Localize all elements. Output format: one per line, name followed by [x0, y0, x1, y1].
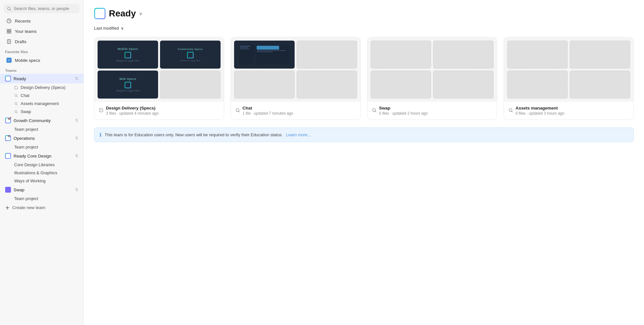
swap-info: Swap 0 files · updated 2 hours ago [367, 102, 497, 119]
sub-item-chat[interactable]: Chat [0, 91, 83, 100]
create-team-button[interactable]: Create new team [0, 203, 83, 213]
svg-rect-3 [7, 29, 9, 31]
sub-item-swap-project[interactable]: Team project [0, 195, 83, 203]
svg-rect-5 [7, 32, 9, 33]
sub-item-operations-project[interactable]: Team project [0, 143, 83, 151]
svg-line-22 [239, 111, 240, 112]
sort-arrow: ∨ [121, 26, 124, 31]
info-banner-link[interactable]: Learn more... [286, 132, 311, 137]
sub-label-design-delivery: Design Delivery (Specs) [21, 85, 65, 90]
mobile-specs-icon: F [6, 58, 12, 63]
chat-meta: 1 file · updated 7 minutes ago [242, 111, 356, 116]
sub-item-core-libraries[interactable]: Core Design Libraries [0, 161, 83, 169]
thumb-chat-empty2 [234, 71, 295, 99]
info-banner: ℹ This team is for Education users only.… [94, 128, 634, 142]
thumb-chat [234, 41, 295, 69]
thumb-chat-empty3 [297, 71, 357, 99]
team-item-swap[interactable]: Swap ⇅ [0, 185, 83, 195]
team-item-ready-core[interactable]: Ready Core Design ⇅ [0, 151, 83, 161]
svg-rect-7 [7, 40, 11, 43]
swap-team-label: Swap [14, 187, 24, 192]
sub-item-ways-of-working[interactable]: Ways of Working [0, 177, 83, 185]
sort-icon-growth: ⇅ [75, 118, 78, 123]
info-banner-text: This team is for Education users only. N… [105, 132, 283, 137]
team-item-ready[interactable]: Ready ⇅ [0, 74, 83, 83]
swap-team-icon [5, 187, 11, 193]
design-delivery-preview: Mobile Specs Ready For Crypto Here Commu… [94, 37, 224, 102]
ready-team-icon [5, 76, 11, 81]
sub-item-swap[interactable]: Swap [0, 108, 83, 116]
sub-item-design-delivery[interactable]: Design Delivery (Specs) [0, 83, 83, 91]
growth-team-label: Growth Community [14, 118, 51, 123]
teams-section: Teams [0, 65, 83, 74]
search-icon [7, 6, 11, 11]
your-teams-label: Your teams [15, 29, 37, 34]
mobile-specs-label: Mobile specs [15, 58, 40, 63]
thumb-empty-1 [160, 71, 221, 99]
svg-rect-6 [9, 32, 11, 33]
swap-project-icon [372, 108, 376, 113]
core-libraries-label: Core Design Libraries [14, 162, 55, 167]
drafts-label: Drafts [15, 39, 26, 44]
chat-project-icon [235, 108, 240, 113]
sidebar-item-your-teams[interactable]: Your teams [1, 26, 82, 36]
assets-info: Assets management 0 files · updated 3 ho… [504, 102, 633, 119]
assets-preview [504, 37, 633, 102]
sort-icon-operations: ⇅ [75, 136, 78, 140]
sort-bar[interactable]: Last modified ∨ [94, 26, 634, 31]
svg-rect-4 [9, 29, 11, 31]
ready-logo [94, 8, 106, 19]
sub-item-assets[interactable]: Assets management [0, 100, 83, 108]
svg-line-15 [17, 112, 18, 113]
sidebar-item-recents[interactable]: Recents [1, 16, 82, 26]
project-card-chat[interactable]: Chat 1 file · updated 7 minutes ago [231, 37, 361, 120]
page-title: Ready [109, 8, 136, 19]
illustrations-label: Illustrations & Graphics [14, 170, 57, 175]
title-dropdown[interactable]: ∨ [139, 11, 142, 16]
project-card-design-delivery[interactable]: Mobile Specs Ready For Crypto Here Commu… [94, 37, 224, 120]
design-delivery-meta: 3 files · updated 4 minutes ago [106, 111, 219, 116]
swap-details: Swap 0 files · updated 2 hours ago [379, 106, 492, 116]
sidebar: Recents Your teams Drafts Favorite files… [0, 0, 84, 325]
chat-info: Chat 1 file · updated 7 minutes ago [231, 102, 360, 119]
team-item-operations[interactable]: ⚙ Operations ⇅ [0, 133, 83, 143]
recents-label: Recents [15, 19, 31, 24]
main-content: Ready ∨ Last modified ∨ Mobile Specs Rea… [84, 0, 644, 325]
search-assets-icon [14, 102, 18, 106]
growth-project-label: Team project [14, 127, 38, 132]
thumb-chat-empty [297, 41, 357, 69]
sidebar-item-drafts[interactable]: Drafts [1, 36, 82, 47]
grid-icon [6, 29, 12, 34]
search-input[interactable] [14, 6, 76, 11]
swap-thumb-4 [433, 71, 494, 99]
svg-line-24 [375, 111, 376, 112]
search-swap-icon [14, 110, 18, 114]
assets-name: Assets management [516, 106, 629, 110]
chat-preview [231, 37, 360, 102]
ready-core-team-label: Ready Core Design [14, 154, 52, 158]
project-card-swap[interactable]: Swap 0 files · updated 2 hours ago [367, 37, 497, 120]
project-card-assets[interactable]: Assets management 0 files · updated 3 ho… [504, 37, 634, 120]
operations-project-label: Team project [14, 145, 38, 149]
sub-label-chat: Chat [21, 93, 29, 98]
swap-thumb-1 [371, 41, 431, 69]
assets-details: Assets management 0 files · updated 3 ho… [516, 106, 629, 116]
thumb-community-specs: Community Specs Ready For Crypto Here [160, 41, 221, 69]
svg-rect-18 [95, 8, 105, 19]
team-item-growth[interactable]: 🚀 Growth Community ⇅ [0, 116, 83, 125]
sidebar-item-mobile-specs[interactable]: F Mobile specs [1, 55, 82, 65]
search-bar[interactable] [4, 4, 80, 13]
projects-grid: Mobile Specs Ready For Crypto Here Commu… [94, 37, 634, 120]
assets-thumb-1 [507, 41, 568, 69]
sort-icon-ready: ⇅ [75, 76, 78, 81]
favorite-files-section: Favorite files [0, 47, 83, 55]
thumb-web-specs: Web Specs Ready For Crypto Here [98, 71, 158, 99]
sub-item-illustrations[interactable]: Illustrations & Graphics [0, 169, 83, 177]
plus-icon [5, 206, 10, 210]
sub-item-growth-project[interactable]: Team project [0, 125, 83, 133]
svg-line-26 [512, 111, 513, 112]
svg-line-13 [17, 104, 18, 105]
sort-label: Last modified [94, 26, 119, 31]
growth-team-icon: 🚀 [5, 118, 11, 123]
swap-project-label: Team project [14, 196, 38, 201]
